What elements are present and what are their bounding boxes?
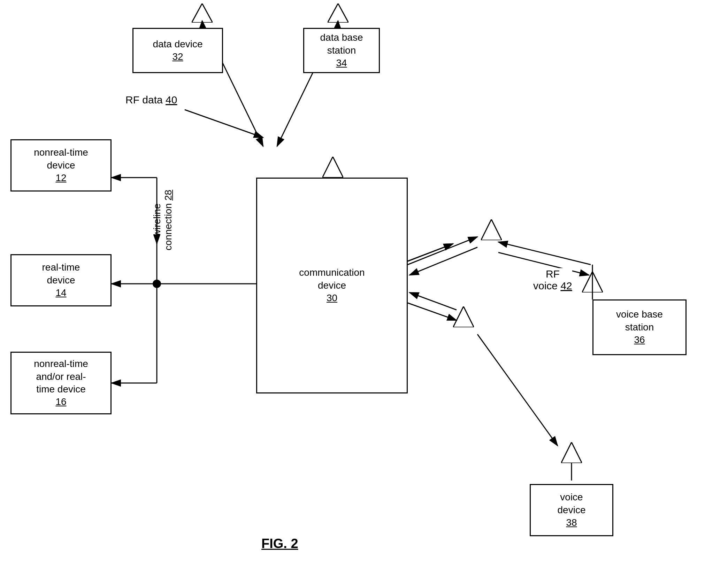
svg-line-23 (409, 292, 457, 310)
fig-label: FIG. 2 (261, 536, 298, 551)
rf-data-label: RF data 40 (125, 94, 177, 106)
nonreal-12-device: device (34, 159, 88, 172)
data-base-station-label: station (320, 44, 363, 57)
svg-marker-28 (328, 3, 348, 23)
voice-device-box: voice device 38 (530, 484, 613, 536)
svg-line-6 (185, 110, 263, 138)
svg-marker-32 (582, 272, 603, 292)
realtime-14-number: 14 (42, 287, 80, 299)
svg-line-16 (408, 244, 453, 261)
nonreal-time-12-box: nonreal-time device 12 (10, 139, 112, 192)
voice-device-number: 38 (558, 516, 586, 529)
data-device-box: data device 32 (132, 28, 223, 73)
antenna-data-device (192, 3, 213, 23)
rf-voice-label: RFvoice 42 (533, 268, 572, 292)
nonreal-16-label3: time device (34, 383, 88, 396)
svg-line-22 (408, 303, 457, 320)
antenna-voice-lower (453, 306, 474, 327)
svg-marker-33 (561, 442, 582, 463)
realtime-14-device: device (42, 274, 80, 287)
antenna-voice-base (582, 272, 603, 292)
diagram: data device 32 data base station 34 comm… (0, 0, 728, 570)
comm-number: 30 (299, 292, 365, 304)
nonreal-12-label: nonreal-time (34, 146, 88, 159)
svg-point-13 (153, 280, 161, 288)
nonreal-16-label: nonreal-time (34, 358, 88, 370)
comm-device-label: device (299, 279, 365, 292)
nonreal-12-number: 12 (34, 172, 88, 184)
data-base-station-box: data base station 34 (303, 28, 380, 73)
svg-marker-31 (453, 306, 474, 327)
antenna-voice-device (561, 442, 582, 463)
nonreal-16-number: 16 (34, 396, 88, 408)
svg-marker-29 (322, 157, 343, 178)
comm-label: communication (299, 266, 365, 279)
comm-device-box: communication device 30 (256, 178, 408, 393)
svg-line-15 (408, 244, 453, 261)
svg-line-24 (477, 334, 558, 446)
antenna-data-base (328, 3, 348, 23)
antenna-voice-upper (481, 219, 502, 240)
data-base-number: 34 (320, 57, 363, 69)
nonreal-16-label2: and/or real- (34, 370, 88, 383)
data-device-number: 32 (153, 50, 202, 63)
voice-device-label: voice (558, 491, 586, 503)
antenna-comm-device (322, 157, 343, 178)
svg-marker-30 (481, 219, 502, 240)
svg-line-18 (409, 247, 477, 275)
real-time-14-box: real-time device 14 (10, 254, 112, 306)
svg-marker-27 (192, 3, 213, 23)
data-device-label: data device (153, 38, 202, 50)
svg-line-17 (408, 237, 477, 265)
voice-device-label2: device (558, 504, 586, 516)
nonreal-time-16-box: nonreal-time and/or real- time device 16 (10, 352, 112, 414)
realtime-14-label: real-time (42, 261, 80, 274)
voice-base-label: voice base (616, 308, 663, 321)
wireline-label: wirelineconnection 28 (152, 190, 174, 250)
voice-base-number: 36 (616, 334, 663, 346)
voice-base-station-label: station (616, 321, 663, 334)
svg-line-20 (498, 242, 591, 265)
data-base-label: data base (320, 31, 363, 44)
voice-base-station-box: voice base station 36 (592, 299, 687, 355)
